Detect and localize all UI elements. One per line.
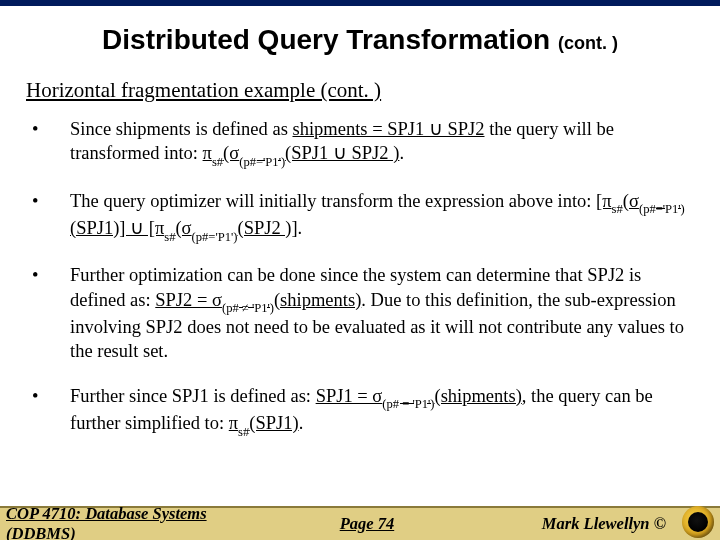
bullet-list: • Since shipments is defined as shipment…: [0, 117, 720, 438]
bullet-text: Further optimization can be done since t…: [70, 263, 692, 364]
list-item: • Since shipments is defined as shipment…: [28, 117, 692, 169]
bullet-text: Further since SPJ1 is defined as: SPJ1 =…: [70, 384, 692, 439]
slide-title: Distributed Query Transformation (cont. …: [0, 24, 720, 56]
bullet-marker: •: [28, 384, 70, 439]
title-main: Distributed Query Transformation: [102, 24, 550, 55]
slide-subtitle: Horizontal fragmentation example (cont. …: [26, 78, 720, 103]
bullet-text: Since shipments is defined as shipments …: [70, 117, 692, 169]
list-item: • Further optimization can be done since…: [28, 263, 692, 364]
footer-page: Page 74: [274, 514, 460, 534]
footer-author: Mark Llewellyn ©: [460, 514, 710, 534]
ucf-logo-icon: [682, 506, 714, 538]
bullet-marker: •: [28, 263, 70, 364]
list-item: • The query optimizer will initially tra…: [28, 189, 692, 244]
footer-course: COP 4710: Database Systems (DDBMS): [6, 504, 274, 540]
slide-footer: COP 4710: Database Systems (DDBMS) Page …: [0, 506, 720, 540]
title-cont: (cont. ): [558, 33, 618, 53]
list-item: • Further since SPJ1 is defined as: SPJ1…: [28, 384, 692, 439]
bullet-marker: •: [28, 189, 70, 244]
bullet-text: The query optimizer will initially trans…: [70, 189, 692, 244]
bullet-marker: •: [28, 117, 70, 169]
top-accent-bar: [0, 0, 720, 6]
